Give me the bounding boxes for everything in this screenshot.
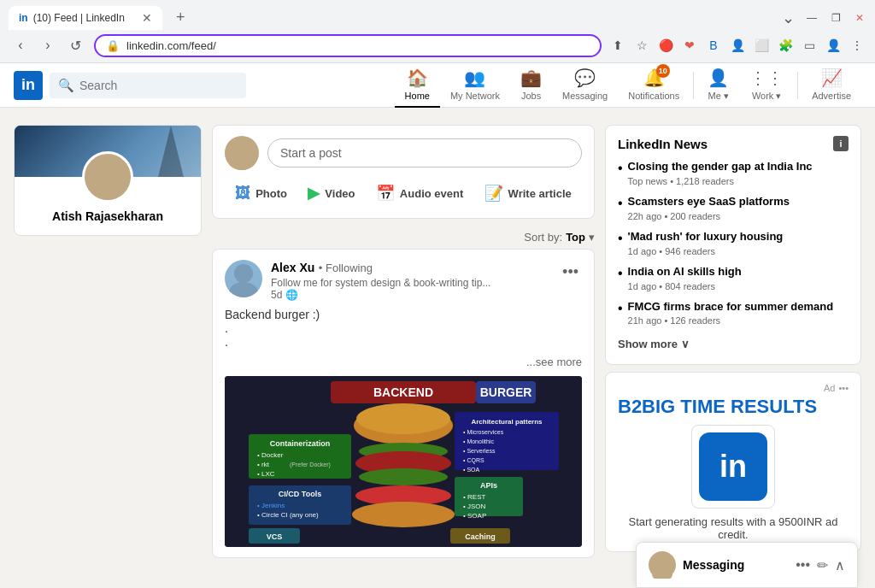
svg-point-42 [352, 502, 455, 527]
forward-button[interactable]: › [36, 33, 60, 57]
news-item-5-meta: 21h ago • 126 readers [628, 315, 849, 326]
search-input[interactable] [79, 79, 238, 92]
news-item-2-content: Scamsters eye SaaS platforms 22h ago • 2… [628, 195, 849, 221]
messaging-collapse-button[interactable]: ∧ [835, 557, 845, 573]
tab-title: (10) Feed | LinkedIn [33, 12, 125, 24]
window-controls: ⌄ — ❐ ✕ [782, 9, 866, 27]
svg-text:• SOA: • SOA [463, 467, 480, 473]
linkedin-news-card: LinkedIn News i • Closing the gender gap… [605, 125, 861, 365]
news-item-1-title[interactable]: Closing the gender gap at India Inc [628, 160, 849, 174]
news-item-5-content: FMCG firms brace for summer demand 21h a… [628, 300, 849, 326]
news-bullet-3: • [618, 231, 623, 246]
svg-text:• Circle CI (any one): • Circle CI (any one) [257, 511, 319, 519]
messaging-bar: Messaging ••• ✏ ∧ [636, 542, 858, 588]
linkedin-logo[interactable]: in [14, 71, 43, 100]
ad-more-icon[interactable]: ••• [838, 383, 849, 393]
news-item-2-meta: 22h ago • 200 readers [628, 211, 849, 221]
reload-button[interactable]: ↺ [63, 33, 87, 57]
nav-divider-2 [797, 72, 798, 99]
linkedin-header: in 🔍 🏠 Home 👥 My Network 💼 Jobs 💬 Messag… [0, 63, 875, 108]
news-bullet-4: • [618, 266, 623, 281]
news-item-2-title[interactable]: Scamsters eye SaaS platforms [628, 195, 849, 209]
nav-messaging-label: Messaging [562, 91, 608, 101]
news-item-4-meta: 1d ago • 804 readers [628, 281, 849, 291]
news-item-5-title[interactable]: FMCG firms brace for summer demand [628, 300, 849, 315]
nav-messaging[interactable]: 💬 Messaging [552, 63, 618, 108]
nav-work-label: Work ▾ [752, 91, 782, 102]
nav-my-network[interactable]: 👥 My Network [440, 63, 510, 108]
write-article-button[interactable]: 📝 Write article [476, 179, 580, 208]
menu-icon[interactable]: ⋮ [848, 36, 866, 55]
video-icon: ▶ [308, 184, 320, 203]
search-bar[interactable]: 🔍 [50, 73, 246, 98]
svg-text:• Serverless: • Serverless [463, 448, 496, 454]
nav-jobs-label: Jobs [521, 91, 541, 101]
profile-pic-icon[interactable]: 👤 [824, 36, 843, 55]
post-action-buttons: 🖼 Photo ▶ Video 📅 Audio event 📝 Write ar… [225, 179, 582, 208]
news-info-button[interactable]: i [833, 136, 849, 151]
ad-body-text: Start generating results with a 9500INR … [618, 515, 849, 541]
post-more-button[interactable]: ••• [559, 260, 582, 285]
nav-home[interactable]: 🏠 Home [395, 63, 440, 108]
tab-favicon: in [19, 12, 28, 24]
nav-me[interactable]: 👤 Me ▾ [697, 63, 739, 108]
post-author-avatar[interactable] [225, 260, 262, 297]
svg-text:• Docker: • Docker [257, 451, 284, 459]
nav-divider [693, 72, 694, 99]
account-icon[interactable]: 👤 [728, 36, 747, 55]
profile-name: Atish Rajasekharan [15, 209, 201, 223]
video-label: Video [325, 187, 355, 200]
nav-notifications[interactable]: 🔔 10 Notifications [618, 63, 690, 108]
restore-button[interactable]: ❐ [829, 11, 843, 25]
ad-label: Ad ••• [618, 383, 849, 393]
extensions-icon[interactable]: 🧩 [776, 36, 795, 55]
audio-event-button[interactable]: 📅 Audio event [367, 179, 472, 208]
minimize-button[interactable]: — [805, 11, 819, 25]
svg-text:BURGER: BURGER [480, 385, 532, 399]
tab-close-button[interactable]: ✕ [142, 11, 152, 25]
browser-tab[interactable]: in (10) Feed | LinkedIn ✕ [9, 6, 162, 30]
video-button[interactable]: ▶ Video [299, 179, 363, 208]
photo-button[interactable]: 🖼 Photo [226, 179, 296, 208]
nav-work[interactable]: ⋮⋮ Work ▾ [739, 63, 794, 108]
share-icon[interactable]: ⬆ [608, 36, 627, 55]
close-button[interactable]: ✕ [853, 11, 866, 25]
work-icon: ⋮⋮ [749, 68, 784, 88]
show-more-button[interactable]: Show more ∨ [618, 334, 849, 354]
nav-advertise[interactable]: 📈 Advertise [802, 63, 861, 108]
feed-sort-row[interactable]: Sort by: Top ▾ [212, 226, 595, 249]
news-item-1-meta: Top news • 1,218 readers [628, 176, 849, 186]
pocket-icon[interactable]: ❤ [680, 36, 699, 55]
svg-text:• rkt: • rkt [257, 461, 270, 468]
address-bar[interactable]: 🔒 [94, 34, 602, 57]
svg-text:• CQRS: • CQRS [463, 457, 484, 464]
url-input[interactable] [126, 39, 590, 52]
svg-point-43 [656, 555, 668, 567]
nav-jobs[interactable]: 💼 Jobs [510, 63, 552, 108]
news-item-3-title[interactable]: 'Mad rush' for luxury housing [628, 230, 849, 244]
screenshot-icon[interactable]: ⬜ [752, 36, 771, 55]
main-navigation: 🏠 Home 👥 My Network 💼 Jobs 💬 Messaging 🔔… [395, 63, 861, 108]
ad-logo: in [699, 432, 767, 501]
see-more-button[interactable]: ...see more [526, 356, 582, 368]
messaging-compose-button[interactable]: ✏ [817, 557, 828, 573]
messaging-label[interactable]: Messaging [683, 558, 789, 572]
audio-event-label: Audio event [400, 187, 463, 200]
svg-text:(Prefer Docker): (Prefer Docker) [290, 462, 331, 468]
new-tab-button[interactable]: + [169, 5, 192, 30]
translate-icon[interactable]: B [704, 36, 723, 55]
browser-chrome: in (10) Feed | LinkedIn ✕ + ⌄ — ❐ ✕ ‹ › … [0, 0, 875, 63]
news-item-4: • India on AI skills high 1d ago • 804 r… [618, 265, 849, 291]
back-button[interactable]: ‹ [9, 33, 32, 57]
sidebar-icon[interactable]: ▭ [800, 36, 819, 55]
post-author-name[interactable]: Alex Xu [271, 261, 314, 274]
svg-text:VCS: VCS [267, 532, 283, 541]
messaging-more-button[interactable]: ••• [796, 557, 810, 573]
star-icon[interactable]: ☆ [632, 36, 651, 55]
vpn-icon[interactable]: 🔴 [656, 36, 675, 55]
news-item-3-content: 'Mad rush' for luxury housing 1d ago • 9… [628, 230, 849, 256]
nav-network-label: My Network [450, 91, 500, 101]
start-a-post-input[interactable]: Start a post [267, 138, 582, 168]
advertise-icon: 📈 [821, 68, 843, 88]
news-item-4-title[interactable]: India on AI skills high [628, 265, 849, 279]
